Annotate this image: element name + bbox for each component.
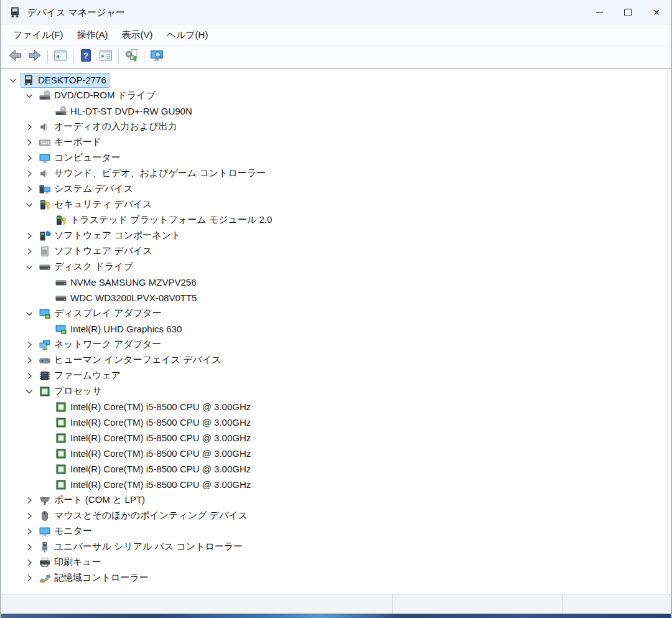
tree-item-body[interactable]: Intel(R) Core(TM) i5-8500 CPU @ 3.00GHz <box>54 416 253 429</box>
chevron-down-icon[interactable] <box>21 197 37 212</box>
chevron-right-icon[interactable] <box>21 539 37 555</box>
chevron-right-icon[interactable] <box>21 181 37 197</box>
tree-item-body[interactable]: Intel(R) Core(TM) i5-8500 CPU @ 3.00GHz <box>54 400 253 414</box>
tree-item[interactable]: ディスプレイ アダプター <box>1 306 667 321</box>
chevron-down-icon[interactable] <box>21 88 37 103</box>
tree-item[interactable]: 記憶域コントローラー <box>1 570 667 586</box>
tree-item-body[interactable]: ユニバーサル シリアル バス コントローラー <box>37 540 245 554</box>
tree-item[interactable]: ディスク ドライブ <box>1 259 667 274</box>
tree-item[interactable]: Intel(R) UHD Graphics 630 <box>1 321 667 337</box>
minimize-button[interactable] <box>585 0 614 25</box>
tree-item-body[interactable]: ポート (COM と LPT) <box>37 494 147 507</box>
tree-item-body[interactable]: NVMe SAMSUNG MZVPV256 <box>54 276 199 289</box>
chevron-down-icon[interactable] <box>5 72 21 88</box>
tree-item-body[interactable]: マウスとそのほかのポインティング デバイス <box>37 509 250 523</box>
chevron-down-icon[interactable] <box>21 259 37 274</box>
tree-item-body[interactable]: ファームウェア <box>37 369 123 383</box>
tree-item-body[interactable]: オーディオの入力および出力 <box>37 120 180 134</box>
maximize-button[interactable] <box>614 0 642 25</box>
tree-item[interactable]: オーディオの入力および出力 <box>1 119 667 134</box>
tree-item[interactable]: Intel(R) Core(TM) i5-8500 CPU @ 3.00GHz <box>1 461 667 477</box>
chevron-right-icon[interactable] <box>21 119 37 134</box>
chevron-right-icon[interactable] <box>21 368 37 383</box>
chevron-right-icon[interactable] <box>21 134 37 150</box>
help-button[interactable]: ? <box>76 47 96 66</box>
tree-item[interactable]: コンピューター <box>1 150 667 166</box>
chevron-right-icon[interactable] <box>21 228 37 243</box>
tree-item[interactable]: 印刷キュー <box>1 555 667 570</box>
tree-item[interactable]: HL-DT-ST DVD+-RW GU90N <box>1 103 667 119</box>
tree-item-body[interactable]: Intel(R) Core(TM) i5-8500 CPU @ 3.00GHz <box>54 478 253 492</box>
tree-item-body[interactable]: DVD/CD-ROM ドライブ <box>37 89 158 103</box>
tree-item-body[interactable]: 記憶域コントローラー <box>37 571 151 585</box>
tree-item-body[interactable]: プロセッサ <box>37 385 105 398</box>
tree-item[interactable]: ポート (COM と LPT) <box>1 492 667 508</box>
properties-button[interactable] <box>96 47 116 66</box>
tree-item-body[interactable]: サウンド、ビデオ、およびゲーム コントローラー <box>37 167 268 180</box>
tree-item[interactable]: ソフトウェア コンポーネント <box>1 228 667 243</box>
tree-item-body[interactable]: 印刷キュー <box>37 556 104 569</box>
tree-item-body[interactable]: コンピューター <box>37 151 123 165</box>
tree-item[interactable]: Intel(R) Core(TM) i5-8500 CPU @ 3.00GHz <box>1 477 667 492</box>
tree-item-body[interactable]: ソフトウェア デバイス <box>37 245 155 258</box>
menu-view[interactable]: 表示(V) <box>115 27 160 44</box>
tree-item[interactable]: Intel(R) Core(TM) i5-8500 CPU @ 3.00GHz <box>1 430 667 446</box>
tree-item[interactable]: DESKTOP-2776 <box>1 72 667 88</box>
tree-item[interactable]: Intel(R) Core(TM) i5-8500 CPU @ 3.00GHz <box>1 446 667 461</box>
menu-help[interactable]: ヘルプ(H) <box>160 27 215 44</box>
chevron-right-icon[interactable] <box>21 508 37 523</box>
tree-item[interactable]: プロセッサ <box>1 383 667 399</box>
scan-hardware-changes-button[interactable] <box>121 47 141 66</box>
tree-item[interactable]: モニター <box>1 523 667 539</box>
tree-item-body[interactable]: Intel(R) Core(TM) i5-8500 CPU @ 3.00GHz <box>54 462 253 476</box>
tree-item[interactable]: トラステッド プラットフォーム モジュール 2.0 <box>1 212 667 228</box>
tree-item-body[interactable]: ヒューマン インターフェイス デバイス <box>37 353 224 367</box>
tree-item[interactable]: NVMe SAMSUNG MZVPV256 <box>1 274 667 290</box>
tree-item-body[interactable]: Intel(R) Core(TM) i5-8500 CPU @ 3.00GHz <box>54 447 253 461</box>
tree-item-body[interactable]: ディスプレイ アダプター <box>37 307 164 321</box>
chevron-down-icon[interactable] <box>21 306 37 321</box>
tree-item[interactable]: セキュリティ デバイス <box>1 197 667 212</box>
tree-item-body[interactable]: HL-DT-ST DVD+-RW GU90N <box>54 105 195 118</box>
chevron-right-icon[interactable] <box>21 523 37 539</box>
tree-item-body[interactable]: セキュリティ デバイス <box>37 198 155 212</box>
device-search-button[interactable] <box>147 47 167 66</box>
tree-item-body[interactable]: ネットワーク アダプター <box>37 338 164 352</box>
tree-item-body[interactable]: Intel(R) Core(TM) i5-8500 CPU @ 3.00GHz <box>54 431 253 445</box>
chevron-right-icon[interactable] <box>21 337 37 352</box>
back-button[interactable] <box>5 47 25 66</box>
tree-item-body[interactable]: WDC WD3200LPVX-08V0TT5 <box>54 291 199 305</box>
chevron-right-icon[interactable] <box>21 243 37 259</box>
chevron-down-icon[interactable] <box>21 383 37 399</box>
tree-item-body[interactable]: ディスク ドライブ <box>37 260 136 274</box>
close-button[interactable]: ✕ <box>642 0 671 25</box>
tree-item[interactable]: Intel(R) Core(TM) i5-8500 CPU @ 3.00GHz <box>1 414 667 430</box>
tree-item-body[interactable]: ソフトウェア コンポーネント <box>37 229 183 243</box>
tree-item[interactable]: ユニバーサル シリアル バス コントローラー <box>1 539 667 555</box>
tree-item[interactable]: サウンド、ビデオ、およびゲーム コントローラー <box>1 166 667 181</box>
chevron-right-icon[interactable] <box>21 555 37 570</box>
tree-item-body[interactable]: モニター <box>37 525 95 538</box>
tree-item[interactable]: システム デバイス <box>1 181 667 197</box>
chevron-right-icon[interactable] <box>21 352 37 368</box>
chevron-right-icon[interactable] <box>21 492 37 508</box>
tree-item-body[interactable]: トラステッド プラットフォーム モジュール 2.0 <box>54 213 274 227</box>
forward-button[interactable] <box>25 47 45 66</box>
menu-action[interactable]: 操作(A) <box>70 27 115 44</box>
chevron-right-icon[interactable] <box>21 166 37 181</box>
tree-item[interactable]: キーボード <box>1 134 667 150</box>
chevron-right-icon[interactable] <box>21 150 37 166</box>
tree-item[interactable]: ネットワーク アダプター <box>1 337 667 352</box>
tree-item[interactable]: ヒューマン インターフェイス デバイス <box>1 352 667 368</box>
tree-item-body[interactable]: システム デバイス <box>37 182 136 196</box>
tree-item[interactable]: Intel(R) Core(TM) i5-8500 CPU @ 3.00GHz <box>1 399 667 414</box>
tree-item[interactable]: ファームウェア <box>1 368 667 383</box>
tree-item[interactable]: DVD/CD-ROM ドライブ <box>1 88 667 103</box>
tree-item-body[interactable]: Intel(R) UHD Graphics 630 <box>54 322 184 336</box>
tree-item[interactable]: マウスとそのほかのポインティング デバイス <box>1 508 667 523</box>
tree-item-body[interactable]: キーボード <box>37 136 104 149</box>
tree-item[interactable]: WDC WD3200LPVX-08V0TT5 <box>1 290 667 306</box>
show-console-tree-button[interactable] <box>50 47 70 66</box>
menu-file[interactable]: ファイル(F) <box>6 27 70 44</box>
tree-item-selected[interactable]: DESKTOP-2776 <box>21 73 109 87</box>
